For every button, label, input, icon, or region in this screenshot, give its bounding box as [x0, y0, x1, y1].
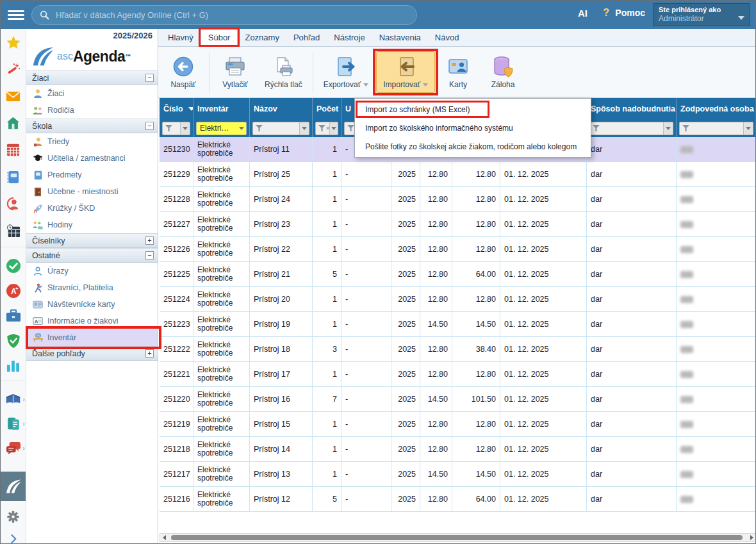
filter-box[interactable]: [679, 122, 753, 135]
tab-nastroje[interactable]: Nástroje: [327, 29, 372, 46]
scrollbar-track[interactable]: [168, 534, 748, 541]
filter-dropdown-caret[interactable]: [329, 122, 338, 135]
column-header-nazov[interactable]: Názov: [250, 98, 313, 119]
collapse-minus-icon[interactable]: −: [145, 251, 154, 260]
karty-button[interactable]: Karty: [436, 52, 480, 92]
menu-item-import-zo-schranky[interactable]: Import zo schránky (MS Excel): [355, 100, 591, 119]
zaloha-button[interactable]: Záloha: [481, 52, 525, 92]
filter-box[interactable]: [589, 122, 673, 135]
table-row[interactable]: 251219Elektrické spotrebičePrístroj 151-…: [160, 412, 756, 437]
filter-box[interactable]: [252, 122, 309, 135]
sidebar-item-rodicia[interactable]: Rodičia: [26, 102, 158, 119]
statistics-icon[interactable]: [1, 353, 26, 378]
vytlacit-button[interactable]: Vytlačiť: [213, 52, 257, 92]
tab-hlavny[interactable]: Hlavný: [161, 29, 201, 46]
sidebar-item-inventar[interactable]: Inventár: [26, 329, 158, 346]
tab-subor[interactable]: Súbor: [201, 29, 238, 46]
table-row[interactable]: 251225Elektrické spotrebičePrístroj 215-…: [160, 262, 756, 287]
sidebar-item-stravnici-platitelia[interactable]: Stravníci, Platitelia: [26, 279, 158, 296]
tab-zoznamy[interactable]: Zoznamy: [238, 29, 286, 46]
column-header-zodpovedna-osoba[interactable]: Zodpovedná osoba: [677, 98, 756, 119]
schedule-icon[interactable]: [1, 217, 26, 244]
column-header-sposob-nadobudnutia[interactable]: Spôsob nadobudnutia: [587, 98, 677, 119]
sidebar-item-hodiny[interactable]: Hodiny: [26, 217, 158, 233]
table-row[interactable]: 251224Elektrické spotrebičePrístroj 201-…: [160, 287, 756, 312]
rychla-tlac-button[interactable]: Rýchla tlač: [258, 52, 309, 92]
expand-plus-icon[interactable]: +: [145, 236, 154, 245]
table-row[interactable]: 251222Elektrické spotrebičePrístroj 183-…: [160, 337, 756, 362]
sidebar-item-ucebne-miestnosti[interactable]: Učebne - miestnosti: [26, 183, 158, 200]
menu-item-import-zo-sis[interactable]: Import zo školského informačného systému: [355, 119, 591, 137]
filter-dropdown-caret[interactable]: [180, 122, 190, 135]
sidebar-section-header[interactable]: Číselníky+: [26, 233, 158, 248]
horizontal-scrollbar[interactable]: [160, 533, 756, 542]
table-row[interactable]: 251223Elektrické spotrebičePrístroj 191-…: [160, 312, 756, 337]
sidebar-item-kruzky-skd[interactable]: Krúžky / ŠKD: [26, 200, 158, 217]
sidebar-item-triedy[interactable]: Triedy: [26, 133, 158, 150]
expand-plus-icon[interactable]: +: [145, 349, 154, 358]
search-input[interactable]: [54, 10, 416, 21]
menu-item-poslite-fotky[interactable]: Pošlite fotky zo školskej akcie žiakom, …: [355, 137, 591, 156]
sidebar-item-informacie-o-ziakovi[interactable]: AInformácie o žiakovi: [26, 313, 158, 329]
sidebar-item-urazy[interactable]: Úrazy: [26, 263, 158, 279]
star-icon[interactable]: [1, 29, 26, 56]
home-icon[interactable]: [1, 110, 26, 136]
sidebar-item-ziaci[interactable]: Žiaci: [26, 85, 158, 102]
tab-navod[interactable]: Návod: [428, 29, 466, 46]
scroll-left-arrow-icon[interactable]: [160, 534, 168, 541]
collapse-minus-icon[interactable]: −: [145, 122, 154, 130]
table-row[interactable]: 251221Elektrické spotrebičePrístroj 171-…: [160, 362, 756, 387]
grades-icon[interactable]: A+: [1, 278, 26, 303]
calendar-icon[interactable]: [1, 136, 26, 163]
importovat-button[interactable]: Importovať: [376, 51, 435, 93]
table-row[interactable]: 251229Elektrické spotrebičePrístroj 251-…: [160, 162, 756, 187]
library-icon[interactable]: ›: [1, 387, 26, 411]
profile-icon[interactable]: [1, 190, 26, 217]
notebook-icon[interactable]: [1, 163, 26, 190]
sidebar-section-header[interactable]: Ostatné−: [26, 248, 158, 263]
sidebar-item-navstevnicke-karty[interactable]: Návštevnícke karty: [26, 296, 158, 313]
filter-dropdown-caret[interactable]: [743, 122, 753, 135]
expand-chevron-icon[interactable]: [1, 529, 26, 544]
table-row[interactable]: 251217Elektrické spotrebičePrístroj 131-…: [160, 462, 756, 487]
global-search[interactable]: [31, 5, 417, 25]
approve-check-icon[interactable]: [1, 253, 26, 278]
agenda-pen-icon[interactable]: [1, 472, 26, 501]
filter-box[interactable]: ×: [315, 122, 338, 135]
magic-wand-icon[interactable]: [1, 56, 26, 83]
filter-dropdown-caret[interactable]: [237, 122, 246, 135]
filter-box[interactable]: [162, 122, 190, 135]
settings-gear-icon[interactable]: [1, 504, 26, 529]
column-header-cislo[interactable]: Číslo: [160, 98, 193, 119]
filter-dropdown-caret[interactable]: [663, 122, 673, 135]
collapse-minus-icon[interactable]: −: [145, 74, 154, 82]
documents-icon[interactable]: ›: [1, 411, 26, 436]
column-header-inventar[interactable]: Inventár: [193, 98, 250, 119]
mail-icon[interactable]: [1, 83, 26, 110]
naspat-button[interactable]: Naspäť: [161, 52, 205, 92]
tab-pohlad[interactable]: Pohľad: [286, 29, 327, 46]
scrollbar-thumb[interactable]: [171, 535, 743, 540]
table-row[interactable]: 251228Elektrické spotrebičePrístroj 241-…: [160, 187, 756, 212]
hamburger-menu-icon[interactable]: [8, 8, 24, 21]
ai-button[interactable]: AI: [578, 8, 588, 19]
scroll-right-arrow-icon[interactable]: [748, 534, 756, 541]
exportovat-button[interactable]: Exportovať: [317, 52, 375, 92]
filter-dropdown-caret[interactable]: [299, 122, 309, 135]
table-row[interactable]: 251216Elektrické spotrebičePrístroj 125-…: [160, 487, 756, 512]
table-row[interactable]: 251220Elektrické spotrebičePrístroj 167-…: [160, 387, 756, 412]
sidebar-section-header[interactable]: Škola−: [26, 119, 158, 133]
sidebar-item-predmety[interactable]: Predmety: [26, 167, 158, 183]
column-header-pocet[interactable]: Počet: [313, 98, 341, 119]
help-button[interactable]: Pomoc: [615, 8, 645, 18]
briefcase-icon[interactable]: [1, 303, 26, 328]
messages-icon[interactable]: ›: [1, 436, 26, 460]
logged-in-user-menu[interactable]: Ste prihlásený ako Administrátor: [653, 3, 750, 26]
table-row[interactable]: 251218Elektrické spotrebičePrístroj 141-…: [160, 437, 756, 462]
shield-check-icon[interactable]: [1, 328, 26, 353]
sidebar-section-header[interactable]: Žiaci−: [26, 70, 158, 85]
filter-box[interactable]: Elektri…: [196, 122, 247, 135]
sidebar-item-ucitelia-zamestnanci[interactable]: Učitelia / zamestnanci: [26, 150, 158, 167]
tab-nastavenia[interactable]: Nastavenia: [372, 29, 428, 46]
sidebar-section-header[interactable]: Ďalšie pohľady+: [26, 346, 158, 361]
